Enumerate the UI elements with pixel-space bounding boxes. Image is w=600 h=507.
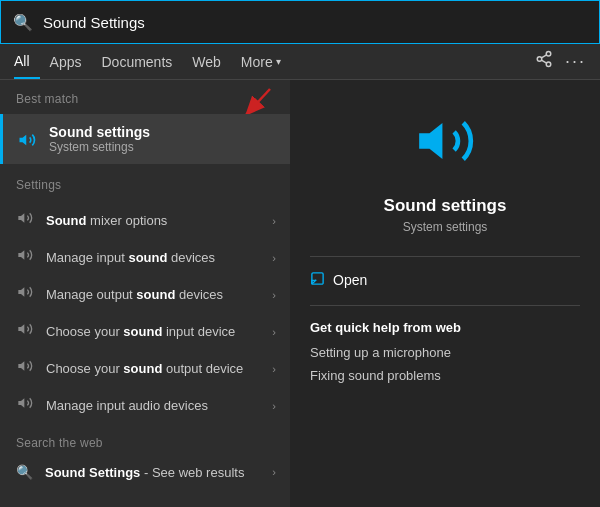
best-match-title: Sound settings — [49, 124, 150, 140]
svg-line-4 — [541, 55, 546, 58]
svg-marker-9 — [18, 250, 24, 259]
svg-line-3 — [541, 60, 546, 63]
chevron-right-icon: › — [272, 215, 276, 227]
search-icon: 🔍 — [13, 13, 33, 32]
svg-marker-7 — [20, 135, 27, 146]
tab-web[interactable]: Web — [182, 44, 231, 79]
list-item[interactable]: Manage input audio devices › — [0, 387, 290, 424]
web-search-icon: 🔍 — [16, 464, 33, 480]
best-match-subtitle: System settings — [49, 140, 150, 154]
open-label: Open — [333, 272, 367, 288]
search-input[interactable] — [43, 14, 587, 31]
list-item[interactable]: Choose your sound input device › — [0, 313, 290, 350]
open-icon — [310, 271, 325, 289]
svg-marker-11 — [18, 324, 24, 333]
chevron-right-icon: › — [272, 252, 276, 264]
best-match-item[interactable]: Sound settings System settings — [0, 114, 290, 164]
sound-input-manage-icon — [16, 247, 34, 268]
open-action[interactable]: Open — [310, 271, 580, 289]
list-item[interactable]: Sound mixer options › — [0, 202, 290, 239]
svg-line-6 — [245, 89, 270, 116]
item-label: Manage input sound devices — [46, 250, 272, 265]
chevron-right-icon: › — [272, 466, 276, 478]
chevron-right-icon: › — [272, 326, 276, 338]
svg-marker-8 — [18, 213, 24, 222]
best-match-text: Sound settings System settings — [49, 124, 150, 154]
nav-bar: All Apps Documents Web More ▾ ··· — [0, 44, 600, 80]
tab-more[interactable]: More ▾ — [231, 44, 291, 79]
chevron-right-icon: › — [272, 289, 276, 301]
more-options-icon[interactable]: ··· — [565, 51, 586, 72]
sound-output-manage-icon — [16, 284, 34, 305]
sound-mixer-icon — [16, 210, 34, 231]
audio-manage-icon — [16, 395, 34, 416]
item-label: Manage output sound devices — [46, 287, 272, 302]
web-search-label: Search the web — [0, 424, 290, 456]
item-label: Choose your sound output device — [46, 361, 272, 376]
web-search-item-label: Sound Settings - See web results — [45, 465, 272, 480]
svg-marker-13 — [18, 398, 24, 407]
right-panel: Sound settings System settings Open Get … — [290, 80, 600, 507]
chevron-right-icon: › — [272, 400, 276, 412]
nav-actions: ··· — [535, 50, 586, 73]
svg-marker-12 — [18, 361, 24, 370]
divider — [310, 256, 580, 257]
quick-help-label: Get quick help from web — [310, 320, 580, 335]
item-label: Sound mixer options — [46, 213, 272, 228]
settings-list: Sound mixer options › Manage input sound… — [0, 202, 290, 424]
left-panel: Best match — [0, 80, 290, 507]
tab-apps[interactable]: Apps — [40, 44, 92, 79]
svg-marker-14 — [419, 123, 442, 159]
help-link-sound[interactable]: Fixing sound problems — [310, 368, 580, 383]
help-link-microphone[interactable]: Setting up a microphone — [310, 345, 580, 360]
sound-icon — [17, 128, 37, 151]
web-search-item[interactable]: 🔍 Sound Settings - See web results › — [0, 456, 290, 488]
right-panel-icon — [409, 110, 481, 182]
list-item[interactable]: Manage output sound devices › — [0, 276, 290, 313]
best-match-section: Sound settings System settings — [0, 114, 290, 164]
sound-input-choose-icon — [16, 321, 34, 342]
main-content: Best match — [0, 80, 600, 507]
sound-output-choose-icon — [16, 358, 34, 379]
right-panel-subtitle: System settings — [403, 220, 488, 234]
item-label: Choose your sound input device — [46, 324, 272, 339]
divider — [310, 305, 580, 306]
svg-marker-10 — [18, 287, 24, 296]
settings-section-label: Settings — [0, 166, 290, 198]
svg-point-0 — [546, 52, 551, 57]
tab-documents[interactable]: Documents — [91, 44, 182, 79]
chevron-down-icon: ▾ — [276, 56, 281, 67]
right-panel-title: Sound settings — [384, 196, 507, 216]
chevron-right-icon: › — [272, 363, 276, 375]
search-bar: 🔍 — [0, 0, 600, 44]
svg-point-1 — [537, 57, 542, 62]
list-item[interactable]: Manage input sound devices › — [0, 239, 290, 276]
share-icon[interactable] — [535, 50, 553, 73]
tab-all[interactable]: All — [14, 44, 40, 79]
list-item[interactable]: Choose your sound output device › — [0, 350, 290, 387]
item-label: Manage input audio devices — [46, 398, 272, 413]
svg-point-2 — [546, 62, 551, 67]
